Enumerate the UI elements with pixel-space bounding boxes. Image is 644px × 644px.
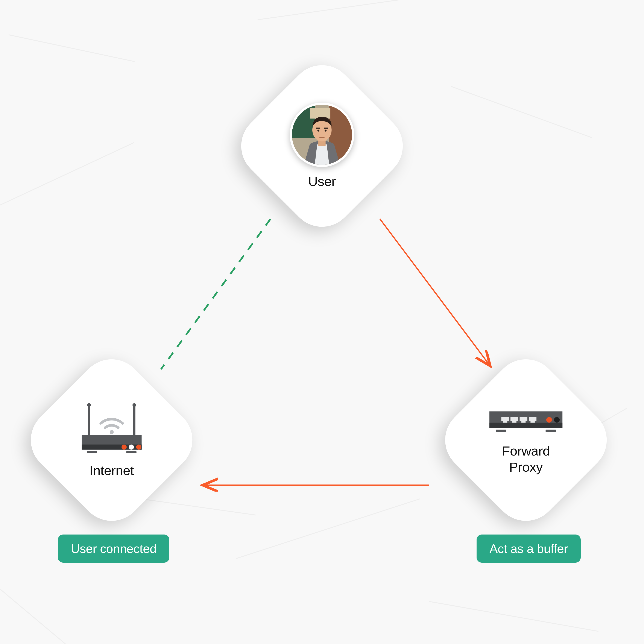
proxy-device-icon bbox=[487, 405, 565, 437]
svg-rect-26 bbox=[489, 423, 562, 428]
svg-point-17 bbox=[110, 430, 114, 434]
router-icon bbox=[75, 401, 148, 456]
node-user: User bbox=[228, 52, 416, 240]
svg-point-27 bbox=[546, 417, 552, 423]
svg-rect-29 bbox=[496, 430, 506, 432]
svg-rect-30 bbox=[546, 430, 556, 432]
svg-point-16 bbox=[132, 403, 136, 407]
svg-rect-10 bbox=[324, 128, 328, 129]
node-internet: Internet bbox=[18, 346, 206, 534]
badge-proxy: Act as a buffer bbox=[477, 535, 581, 563]
svg-rect-24 bbox=[126, 451, 137, 453]
node-proxy-label: Forward Proxy bbox=[502, 443, 550, 475]
svg-line-2 bbox=[161, 219, 270, 369]
node-proxy: Forward Proxy bbox=[432, 346, 620, 534]
svg-point-28 bbox=[554, 417, 560, 423]
svg-rect-23 bbox=[87, 451, 97, 453]
node-user-label: User bbox=[308, 173, 336, 189]
svg-point-14 bbox=[87, 403, 91, 407]
svg-line-0 bbox=[380, 219, 489, 365]
badge-internet: User connected bbox=[58, 535, 169, 563]
node-internet-label: Internet bbox=[90, 463, 134, 478]
svg-rect-9 bbox=[316, 128, 320, 129]
user-avatar-icon bbox=[290, 103, 354, 167]
